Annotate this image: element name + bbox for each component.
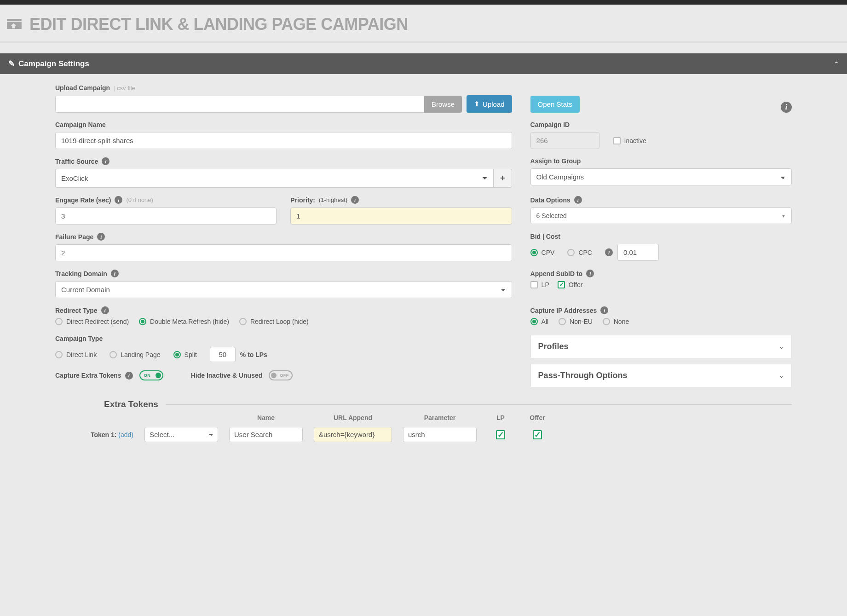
- edit-icon: ✎: [8, 59, 15, 69]
- inactive-label: Inactive: [624, 137, 646, 144]
- tracking-domain-label: Tracking Domaini: [55, 270, 512, 277]
- capture-ip-label: Capture IP Addressesi: [530, 306, 792, 314]
- failure-page-label: Failure Pagei: [55, 233, 512, 241]
- info-icon[interactable]: i: [574, 196, 582, 204]
- upload-button[interactable]: ⬆Upload: [467, 95, 512, 113]
- engage-rate-label: Engage Rate (sec)i (0 if none): [55, 196, 277, 204]
- info-icon[interactable]: i: [102, 157, 109, 165]
- col-param: Parameter: [403, 414, 477, 421]
- info-icon[interactable]: i: [586, 270, 594, 277]
- type-lp-radio[interactable]: Landing Page: [109, 351, 160, 358]
- upload-icon: ⬆: [474, 100, 480, 108]
- profiles-card[interactable]: Profiles⌄: [530, 335, 792, 358]
- campaign-type-label: Campaign Type: [55, 335, 512, 342]
- bid-input[interactable]: [617, 244, 659, 261]
- campaign-id-label: Campaign ID: [530, 121, 599, 128]
- chevron-down-icon: ⌄: [779, 372, 784, 379]
- priority-input[interactable]: [290, 207, 512, 225]
- capture-extra-tokens-label: Capture Extra Tokensi: [55, 372, 133, 380]
- panel-body: Upload Campaigncsv file Browse ⬆Upload O…: [0, 74, 847, 461]
- assign-group-label: Assign to Group: [530, 157, 792, 165]
- bid-label: Bid | Cost: [530, 233, 792, 240]
- upload-file-input[interactable]: [55, 96, 424, 113]
- info-icon[interactable]: i: [115, 196, 122, 204]
- traffic-source-select[interactable]: ExoClick: [55, 169, 493, 188]
- token-1-label: Token 1: (add): [55, 431, 133, 438]
- campaign-name-input[interactable]: [55, 132, 512, 149]
- type-direct-radio[interactable]: Direct Link: [55, 351, 97, 358]
- capture-ip-noneu-radio[interactable]: Non-EU: [559, 318, 593, 325]
- hide-inactive-toggle[interactable]: OFF: [269, 370, 293, 380]
- campaign-name-label: Campaign Name: [55, 121, 512, 128]
- assign-group-select[interactable]: Old Campaigns: [530, 168, 792, 185]
- inactive-checkbox[interactable]: Inactive: [613, 137, 646, 144]
- extra-tokens-section: Extra Tokens: [55, 399, 792, 409]
- data-options-label: Data Optionsi: [530, 196, 792, 204]
- page-title: EDIT DIRECT LINK & LANDING PAGE CAMPAIGN: [29, 15, 408, 34]
- page-title-row: EDIT DIRECT LINK & LANDING PAGE CAMPAIGN: [0, 5, 847, 43]
- traffic-source-label: Traffic Sourcei: [55, 157, 512, 165]
- append-lp-checkbox[interactable]: LP: [530, 281, 549, 288]
- upload-campaign-label: Upload Campaigncsv file: [55, 84, 512, 92]
- percent-to-lps-label: % to LPs: [240, 351, 267, 358]
- capture-extra-toggle[interactable]: ON: [139, 370, 163, 380]
- col-append: URL Append: [314, 414, 392, 421]
- open-stats-button[interactable]: Open Stats: [530, 96, 580, 113]
- passthrough-card[interactable]: Pass-Through Options⌄: [530, 364, 792, 387]
- browse-button[interactable]: Browse: [424, 96, 462, 113]
- col-offer: Offer: [524, 414, 550, 421]
- failure-page-input[interactable]: [55, 244, 512, 261]
- redirect-direct-radio[interactable]: Direct Redirect (send): [55, 318, 129, 325]
- cpc-radio[interactable]: CPC: [567, 249, 592, 256]
- token-lp-checkbox[interactable]: [488, 430, 513, 439]
- token-append-input[interactable]: [314, 427, 392, 442]
- append-offer-checkbox[interactable]: Offer: [558, 281, 583, 288]
- campaign-id-input: [530, 132, 599, 149]
- info-icon[interactable]: i: [781, 102, 792, 113]
- token-name-input[interactable]: [229, 427, 303, 442]
- info-icon[interactable]: i: [125, 372, 133, 380]
- redirect-meta-radio[interactable]: Double Meta Refresh (hide): [139, 318, 229, 325]
- append-subid-label: Append SubID toi: [530, 270, 792, 277]
- token-param-input[interactable]: [403, 427, 477, 442]
- type-split-radio[interactable]: Split: [173, 351, 197, 358]
- info-icon[interactable]: i: [97, 233, 105, 241]
- panel-campaign-settings-header[interactable]: ✎ Campaign Settings ⌃: [0, 53, 847, 74]
- add-traffic-source-button[interactable]: +: [493, 169, 512, 188]
- tracking-domain-select[interactable]: Current Domain: [55, 281, 512, 298]
- info-icon[interactable]: i: [600, 306, 608, 314]
- token-select[interactable]: Select...: [144, 427, 218, 442]
- info-icon[interactable]: i: [605, 248, 613, 256]
- chevron-up-icon[interactable]: ⌃: [834, 61, 839, 67]
- priority-label: Priority: (1-highest) i: [290, 196, 512, 204]
- redirect-type-label: Redirect Typei: [55, 306, 512, 314]
- info-icon[interactable]: i: [111, 270, 119, 277]
- caret-down-icon: ▼: [781, 213, 786, 219]
- capture-ip-none-radio[interactable]: None: [603, 318, 629, 325]
- col-name: Name: [229, 414, 303, 421]
- token-offer-checkbox[interactable]: [524, 430, 550, 439]
- panel-title: Campaign Settings: [18, 59, 89, 69]
- campaign-icon: [6, 15, 23, 34]
- top-bar: [0, 0, 847, 5]
- engage-rate-input[interactable]: [55, 207, 277, 225]
- capture-ip-all-radio[interactable]: All: [530, 318, 549, 325]
- redirect-loop-radio[interactable]: Redirect Loop (hide): [239, 318, 309, 325]
- data-options-dropdown[interactable]: 6 Selected▼: [530, 207, 792, 224]
- cpv-radio[interactable]: CPV: [530, 249, 555, 256]
- col-lp: LP: [488, 414, 513, 421]
- add-token-link[interactable]: (add): [118, 431, 133, 438]
- info-icon[interactable]: i: [351, 196, 359, 204]
- split-percent-input[interactable]: [210, 347, 236, 362]
- hide-inactive-label: Hide Inactive & Unused: [191, 372, 263, 379]
- chevron-down-icon: ⌄: [779, 343, 784, 350]
- info-icon[interactable]: i: [101, 306, 109, 314]
